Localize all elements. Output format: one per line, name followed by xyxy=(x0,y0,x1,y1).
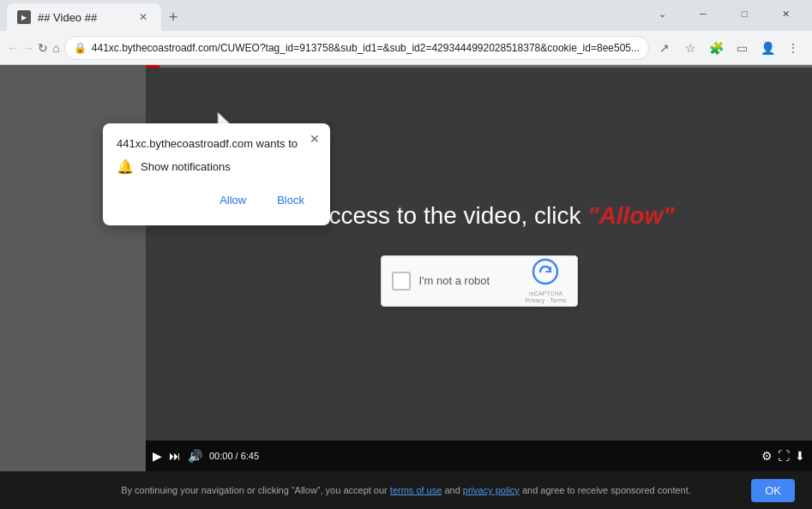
recaptcha-label: I'm not a robot xyxy=(419,274,517,287)
video-controls: ▶ ⏭ 🔊 00:00 / 6:45 ⚙ ⛶ ⬇ xyxy=(146,440,812,471)
home-button[interactable]: ⌂ xyxy=(51,36,61,60)
popup-buttons: Allow Block xyxy=(117,189,316,212)
extensions-icon[interactable]: 🧩 xyxy=(704,36,728,60)
download-icon[interactable]: ⬇ xyxy=(795,449,805,463)
toolbar: ← → ↻ ⌂ 🔒 441xc.bythecoastroadf.com/CUWE… xyxy=(0,31,812,65)
tab-title: ## Video ## xyxy=(38,11,129,24)
back-button[interactable]: ← xyxy=(7,36,19,60)
time-display: 00:00 / 6:45 xyxy=(209,451,259,461)
browser-window: ▶ ## Video ## ✕ + ⌄ ─ □ ✕ ← → ↻ ⌂ 🔒 441x… xyxy=(0,0,812,509)
block-button[interactable]: Block xyxy=(265,189,316,212)
sidebar-icon[interactable]: ▭ xyxy=(730,36,754,60)
url-text: 441xc.bythecoastroadf.com/CUWEO?tag_id=9… xyxy=(92,42,640,54)
tab-close-button[interactable]: ✕ xyxy=(135,9,151,25)
bottom-text: By continuing your navigation or clickin… xyxy=(121,485,691,495)
recaptcha-logo: reCAPTCHA Privacy - Terms xyxy=(525,258,566,303)
play-button[interactable]: ▶ xyxy=(153,449,162,463)
menu-icon[interactable]: ⋮ xyxy=(781,36,805,60)
terms-link[interactable]: terms of use xyxy=(390,485,442,495)
toolbar-actions: ↗ ☆ 🧩 ▭ 👤 ⋮ xyxy=(653,36,805,60)
bell-icon: 🔔 xyxy=(117,159,134,175)
recaptcha-checkbox[interactable] xyxy=(392,272,411,290)
video-controls-inner: ▶ ⏭ 🔊 00:00 / 6:45 ⚙ ⛶ ⬇ xyxy=(153,449,805,463)
popup-option: 🔔 Show notifications xyxy=(117,159,316,175)
address-bar[interactable]: 🔒 441xc.bythecoastroadf.com/CUWEO?tag_id… xyxy=(64,36,649,60)
popup-title: 441xc.bythecoastroadf.com wants to xyxy=(117,137,316,150)
privacy-link[interactable]: privacy policy xyxy=(463,485,520,495)
new-tab-button[interactable]: + xyxy=(161,5,185,29)
close-window-button[interactable]: ✕ xyxy=(766,0,805,27)
bottom-bar: By continuing your navigation or clickin… xyxy=(0,471,812,509)
window-down-arrow[interactable]: ⌄ xyxy=(642,0,682,27)
share-icon[interactable]: ↗ xyxy=(653,36,677,60)
recaptcha-logo-icon xyxy=(532,258,559,290)
fullscreen-icon[interactable]: ⛶ xyxy=(778,449,790,463)
active-tab[interactable]: ▶ ## Video ## ✕ xyxy=(7,3,161,31)
tab-favicon: ▶ xyxy=(17,10,31,24)
content-area: To access to the video, click "Allow" I'… xyxy=(0,65,812,471)
allow-button[interactable]: Allow xyxy=(208,189,258,212)
bookmark-icon[interactable]: ☆ xyxy=(678,36,702,60)
tab-bar: ▶ ## Video ## ✕ + ⌄ ─ □ ✕ xyxy=(0,0,812,31)
next-button[interactable]: ⏭ xyxy=(169,449,181,463)
popup-close-button[interactable]: ✕ xyxy=(306,130,323,147)
notification-popup: ✕ 441xc.bythecoastroadf.com wants to 🔔 S… xyxy=(103,123,330,225)
recaptcha-privacy-text: Privacy - Terms xyxy=(525,297,566,303)
video-overlay-text: To access to the video, click "Allow" xyxy=(283,202,674,230)
profile-icon[interactable]: 👤 xyxy=(755,36,779,60)
volume-icon[interactable]: 🔊 xyxy=(188,449,202,463)
right-controls: ⚙ ⛶ ⬇ xyxy=(761,449,805,463)
lock-icon: 🔒 xyxy=(74,42,87,54)
settings-icon[interactable]: ⚙ xyxy=(761,449,773,463)
recaptcha-box[interactable]: I'm not a robot reCAPTCHA Privacy - Term… xyxy=(381,255,578,307)
popup-option-text: Show notifications xyxy=(141,160,231,173)
window-controls: ⌄ ─ □ ✕ xyxy=(642,0,805,31)
recaptcha-logo-text: reCAPTCHA xyxy=(529,290,563,296)
reload-button[interactable]: ↻ xyxy=(38,36,48,60)
forward-button[interactable]: → xyxy=(22,36,34,60)
ok-button[interactable]: OK xyxy=(751,479,795,502)
maximize-button[interactable]: □ xyxy=(725,0,764,27)
minimize-button[interactable]: ─ xyxy=(683,0,723,27)
